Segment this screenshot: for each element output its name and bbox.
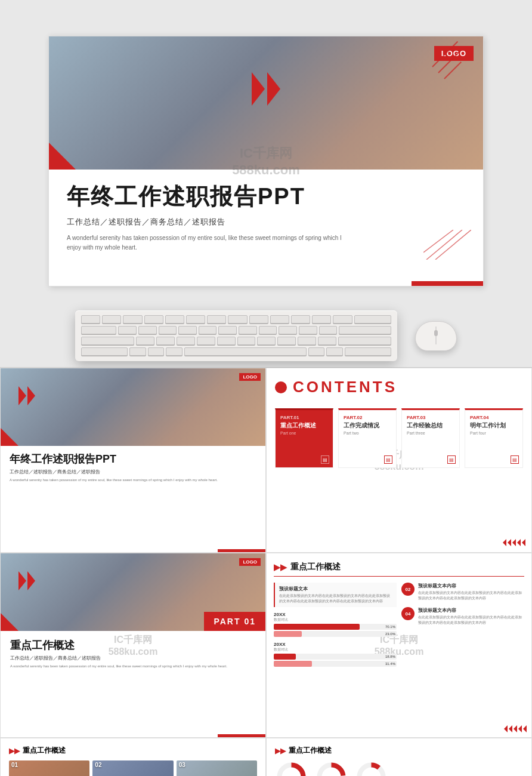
circle-item-1: 02 预设标题文本内容 在此处添加预设的文本内容在此处添加预设的文本内容在此处添…	[401, 583, 524, 601]
contents-header: CONTENTS	[275, 378, 523, 396]
donut-3: 45%	[355, 760, 388, 776]
slides-grid: LOGO 年终工作述职报告PPT 工作总结／述职报告／商务总结／述职报告 A w…	[0, 367, 532, 776]
circle-2-text: 预设标题文本内容 在此处添加预设的文本内容在此处添加预设的文本内容在此处添加预设…	[418, 607, 524, 626]
part-sub-4: Part four	[470, 431, 518, 435]
prog-pct-1a: 70.1%	[385, 625, 395, 629]
mini-title-1: 年终工作述职报告PPT	[10, 452, 256, 466]
photo-num-3: 03	[179, 762, 185, 768]
mini-red-tri	[1, 428, 18, 446]
mini-desc-1: A wonderful serenity has taken possessio…	[10, 478, 256, 483]
keywork-right: 02 预设标题文本内容 在此处添加预设的文本内容在此处添加预设的文本内容在此处添…	[401, 583, 524, 667]
part01-red-tri	[1, 613, 18, 631]
key	[207, 315, 226, 324]
key	[144, 315, 163, 324]
part01-desc: A wonderful serenity has been taken poss…	[10, 664, 256, 669]
circle-1-text: 预设标题文本内容 在此处添加预设的文本内容在此处添加预设的文本内容在此处添加预设…	[418, 583, 524, 601]
prog-row-2: 20XX 数据对比 18.8% 31.4%	[274, 642, 397, 667]
chevrons-decoration	[252, 72, 280, 106]
key	[291, 315, 310, 324]
part-label-2: PART.02	[344, 415, 391, 420]
key	[165, 315, 184, 324]
part01-slide: LOGO PART 01 重点工作概述 工作总结／述职报告／商务总结／述职报告 …	[0, 553, 266, 738]
key	[218, 326, 237, 334]
small-chev-3	[512, 539, 516, 546]
part-icon-1: ▤	[321, 455, 329, 464]
key	[138, 326, 157, 334]
key	[318, 337, 336, 345]
part-icon-2: ▤	[384, 455, 392, 464]
key	[312, 315, 331, 324]
part01-top-img: LOGO PART 01	[1, 553, 265, 631]
mini-slide-1: LOGO 年终工作述职报告PPT 工作总结／述职报告／商务总结／述职报告 A w…	[0, 368, 266, 553]
key	[148, 347, 164, 356]
prog-bar-wrap-1b: 23.0%	[274, 631, 397, 637]
key	[299, 326, 317, 334]
key	[249, 315, 268, 324]
part-icon-4: ▤	[511, 455, 519, 464]
key	[81, 337, 134, 345]
donut-svg-2: 60%	[315, 760, 348, 776]
c2-title: 预设标题文本内容	[418, 607, 524, 614]
diag-line-2	[438, 51, 460, 73]
prog-bar-1a	[274, 624, 360, 630]
text-block: 预设标题文本 在此处添加预设的文本内容在此处添加预设的文本内容在此处添加预设的文…	[274, 583, 397, 607]
circle-item-2: 04 预设标题文本内容 在此处添加预设的文本内容在此处添加预设的文本内容在此处添…	[401, 607, 524, 626]
key	[319, 326, 338, 334]
prog-section: 20XX 数据对比 70.1% 23.0% 20XX 数据对比	[274, 612, 397, 667]
small-chev-1	[503, 539, 506, 546]
kw-chev-5	[523, 725, 527, 732]
br-title: 重点工作概述	[289, 746, 332, 756]
keyboard-section	[0, 304, 532, 367]
key	[339, 326, 391, 334]
photo-item-2: 02	[92, 760, 173, 776]
key	[118, 326, 137, 334]
key	[239, 326, 257, 334]
keywork-chevrons-br	[504, 725, 527, 732]
part01-mini-chevrons	[18, 571, 35, 590]
prog-bar-wrap-2a: 18.8%	[274, 654, 397, 660]
kw-chev-4	[518, 725, 522, 732]
part-name-2: 工作完成情况	[344, 421, 391, 430]
mini-top-image: LOGO	[1, 368, 265, 446]
main-title: 年终工作述职报告PPT	[67, 181, 465, 212]
photo-item-1: 01	[9, 760, 89, 776]
slide-content: 年终工作述职报告PPT 工作总结／述职报告／商务总结／述职报告 A wonder…	[49, 170, 483, 286]
keywork-title: 重点工作概述	[290, 562, 341, 572]
mini-subtitle-1: 工作总结／述职报告／商务总结／述职报告	[10, 469, 256, 475]
part-sub-2: Part two	[344, 431, 391, 435]
key	[186, 315, 205, 324]
kw-chev-2	[509, 725, 512, 732]
key-row-2	[81, 326, 391, 334]
keywork-arrow-icon: ▶▶	[274, 562, 287, 572]
key	[166, 347, 182, 356]
parts-grid: PART.01 重点工作概述 Part one ▤ PART.02 工作完成情况…	[275, 408, 523, 468]
photo-bg-2	[92, 760, 173, 776]
chevrons-br	[503, 539, 525, 546]
prog-sublabel-2: 数据对比	[274, 647, 397, 652]
key	[308, 347, 324, 356]
key	[102, 315, 121, 324]
red-bar-bottom	[412, 281, 483, 286]
part-label-4: PART.04	[470, 415, 518, 420]
circle-04: 04	[401, 607, 415, 620]
tb-desc: 在此处添加预设的文本内容在此处添加预设的文本内容在此处添加预设的文本内容在此处添…	[279, 593, 392, 604]
keywork-header: ▶▶ 重点工作概述	[274, 562, 524, 577]
diagonal-lines-br	[423, 230, 471, 262]
key	[217, 337, 236, 345]
description: A wonderful serenity has taken possessio…	[67, 233, 353, 252]
part01-title: 重点工作概述	[10, 638, 256, 652]
small-chev-5	[522, 539, 525, 546]
key	[259, 326, 277, 334]
part-card-3: PART.03 工作经验总结 Part three ▤	[401, 408, 460, 468]
key	[159, 326, 177, 334]
part-name-3: 工作经验总结	[407, 421, 454, 430]
keywork-slide: IC千库网588ku.com ▶▶ 重点工作概述 预设标题文本 在此处添加预设的…	[266, 553, 532, 738]
key	[338, 337, 391, 345]
contents-dot	[275, 381, 287, 393]
key	[326, 347, 342, 356]
donut-charts-row: 75% 60% 45%	[275, 760, 523, 776]
prog-sublabel-1: 数据对比	[274, 617, 397, 623]
prog-pct-1b: 23.0%	[385, 632, 395, 636]
key	[345, 347, 391, 356]
c1-desc: 在此处添加预设的文本内容在此处添加预设的文本内容在此处添加预设的文本内容在此处添…	[418, 590, 524, 601]
